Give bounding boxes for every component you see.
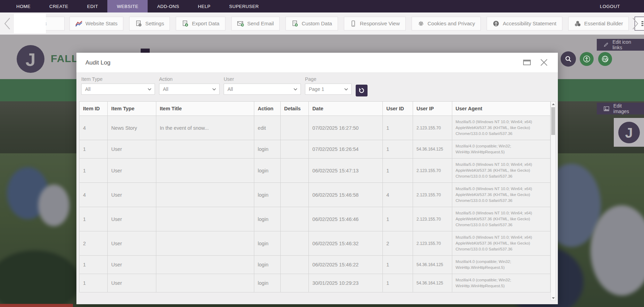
nav-add-ons[interactable]: ADD-ONS bbox=[148, 0, 188, 12]
nav-superuser[interactable]: SUPERUSER bbox=[220, 0, 268, 12]
button-label: Essential Builder bbox=[584, 20, 623, 26]
cell-user-id: 4 bbox=[383, 183, 413, 207]
settings-button[interactable]: Settings bbox=[129, 17, 170, 31]
cell-details bbox=[281, 207, 309, 231]
settings-doc-icon bbox=[135, 20, 142, 27]
custom-data-icon bbox=[291, 20, 298, 27]
site-corner-logo-letter: J bbox=[625, 126, 633, 140]
site-accessibility-button[interactable] bbox=[580, 52, 594, 66]
cell-user-agent: Mozilla/4.0 (compatible; Win32; WinHttp.… bbox=[452, 140, 551, 158]
website-stats-button[interactable]: Website Stats bbox=[69, 17, 123, 31]
nav-create[interactable]: CREATE bbox=[40, 0, 78, 12]
custom-data-button[interactable]: Custom Data bbox=[286, 17, 338, 31]
cell-item-title bbox=[156, 183, 254, 207]
user-select[interactable]: All bbox=[224, 84, 301, 95]
cell-user-agent: Mozilla/4.0 (compatible; Win32; WinHttp.… bbox=[452, 256, 551, 274]
cookies-privacy-button[interactable]: Cookies and Privacy bbox=[412, 17, 481, 31]
cell-action: login bbox=[254, 183, 281, 207]
cell-item-type: User bbox=[108, 256, 156, 274]
chevron-down-icon bbox=[212, 88, 216, 91]
cell-item-title bbox=[156, 159, 254, 182]
cell-item-id: 2 bbox=[80, 231, 108, 255]
table-row[interactable]: 1Userlogin30/01/2025 10:29:23154.36.164.… bbox=[80, 274, 551, 292]
cell-item-id: 4 bbox=[80, 183, 108, 207]
column-header-user-id: User ID bbox=[383, 102, 413, 116]
action-select[interactable]: All bbox=[159, 84, 220, 95]
cell-item-title: In the event of snow... bbox=[156, 116, 254, 140]
table-scrollbar[interactable] bbox=[551, 101, 556, 301]
table-row[interactable]: 2Userlogin06/02/2025 15:46:3222.123.155.… bbox=[80, 231, 551, 256]
edit-icon-links-button[interactable]: Edit icon links bbox=[597, 39, 644, 51]
export-doc-icon bbox=[182, 20, 189, 27]
cell-item-title bbox=[156, 231, 254, 255]
page-select[interactable]: Page 1 bbox=[305, 84, 352, 95]
site-logo[interactable]: J bbox=[17, 45, 44, 73]
builder-circles-icon bbox=[574, 20, 581, 27]
item-type-select[interactable]: All bbox=[81, 84, 155, 95]
nav-help[interactable]: HELP bbox=[189, 0, 220, 12]
cell-user-agent: Mozilla/5.0 (Windows NT 10.0; Win64; x64… bbox=[452, 116, 551, 140]
close-icon[interactable] bbox=[540, 58, 548, 67]
export-data-button[interactable]: Export Data bbox=[176, 17, 225, 31]
nav-home[interactable]: HOME bbox=[7, 0, 40, 12]
edit-images-label: Edit images bbox=[613, 103, 637, 114]
accessibility-icon bbox=[493, 20, 499, 27]
cell-date: 06/02/2025 15:46:58 bbox=[309, 183, 383, 207]
send-email-button[interactable]: Send Email bbox=[231, 17, 280, 31]
modal-title-bar: Audit Log bbox=[76, 53, 558, 73]
table-row[interactable]: 1Userlogin06/02/2025 15:46:22154.36.164.… bbox=[80, 256, 551, 274]
column-header-item-id: Item ID bbox=[80, 102, 108, 116]
top-nav-bar: HOME CREATE EDIT WEBSITE ADD-ONS HELP SU… bbox=[0, 0, 644, 12]
site-search-button[interactable] bbox=[561, 51, 576, 67]
cell-details bbox=[281, 274, 309, 292]
filter-user: User All bbox=[224, 76, 301, 101]
chevron-down-icon bbox=[344, 88, 348, 91]
cell-user-id: 2 bbox=[383, 231, 413, 255]
maximize-icon[interactable] bbox=[523, 60, 531, 65]
cookies-gear-icon bbox=[418, 20, 424, 27]
edit-images-button[interactable]: Edit images bbox=[597, 103, 644, 114]
nav-logout[interactable]: LOGOUT bbox=[591, 0, 629, 12]
table-row[interactable]: 1Userlogin06/02/2025 15:47:1312.123.155.… bbox=[80, 159, 551, 183]
audit-list-icon bbox=[641, 20, 644, 27]
audit-table: Item IDItem TypeItem TitleActionDetailsD… bbox=[79, 101, 551, 292]
column-header-user-agent: User Agent bbox=[452, 102, 551, 116]
cell-action: edit bbox=[254, 116, 281, 140]
table-header-row: Item IDItem TypeItem TitleActionDetailsD… bbox=[80, 102, 551, 116]
refresh-button[interactable] bbox=[356, 85, 368, 96]
site-logo-letter: J bbox=[26, 51, 36, 69]
globe-icon bbox=[601, 55, 609, 63]
scroll-right-icon[interactable] bbox=[631, 17, 639, 30]
filter-item-type: Item Type All bbox=[81, 76, 155, 101]
table-row[interactable]: 4Userlogin06/02/2025 15:46:5842.123.155.… bbox=[80, 183, 551, 207]
scrollbar-thumb[interactable] bbox=[551, 107, 555, 135]
cell-date: 06/02/2025 15:47:13 bbox=[309, 159, 383, 182]
cell-action: login bbox=[254, 207, 281, 231]
cell-user-ip: 2.123.155.70 bbox=[413, 183, 452, 207]
table-row[interactable]: 4News StoryIn the event of snow...edit07… bbox=[80, 116, 551, 140]
scrollbar-up-arrow[interactable] bbox=[551, 102, 555, 106]
table-row[interactable]: 1Userlogin06/02/2025 15:46:4612.123.155.… bbox=[80, 207, 551, 231]
nav-edit[interactable]: EDIT bbox=[78, 0, 108, 12]
cell-item-id: 4 bbox=[80, 116, 108, 140]
cell-item-title bbox=[156, 140, 254, 158]
nav-website[interactable]: WEBSITE bbox=[107, 0, 148, 12]
responsive-view-button[interactable]: Responsive View bbox=[344, 17, 406, 31]
cell-user-agent: Mozilla/4.0 (compatible; Win32; WinHttp.… bbox=[452, 274, 551, 292]
accessibility-statement-button[interactable]: Accessibility Statement bbox=[487, 17, 562, 31]
cell-item-title bbox=[156, 207, 254, 231]
column-header-date: Date bbox=[309, 102, 383, 116]
scrollbar-down-arrow[interactable] bbox=[551, 296, 555, 300]
essential-builder-button[interactable]: Essential Builder bbox=[568, 17, 629, 31]
site-translate-button[interactable] bbox=[598, 52, 612, 66]
image-icon bbox=[604, 106, 609, 111]
scroll-left-icon[interactable] bbox=[3, 17, 11, 30]
cell-item-type: User bbox=[108, 231, 156, 255]
cell-user-ip: 2.123.155.70 bbox=[413, 116, 452, 140]
stats-chart-icon bbox=[75, 20, 82, 27]
selected-value: Page 1 bbox=[309, 86, 324, 92]
cell-user-id: 1 bbox=[383, 207, 413, 231]
cell-item-type: User bbox=[108, 183, 156, 207]
table-row[interactable]: 1Userlogin07/02/2025 16:26:54154.36.164.… bbox=[80, 140, 551, 159]
cell-details bbox=[281, 183, 309, 207]
